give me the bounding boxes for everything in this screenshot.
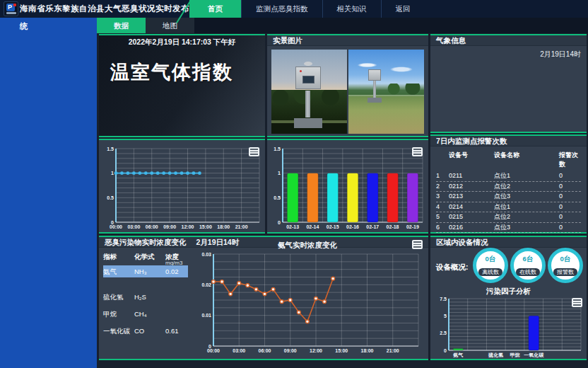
weather-timestamp: 2月19日14时 [540,50,581,59]
panel-photos: 实景图片 [267,34,428,137]
svg-text:12:00: 12:00 [182,224,194,229]
panel-devices: 区域内设备情况 设备概况: 0台 离线数 6台 在线数 0台 报警数 污染因子分… [430,236,587,360]
tab-data[interactable]: 数据 [97,18,146,33]
nav-item-back[interactable]: 返回 [381,0,425,18]
svg-text:氨气: 氨气 [452,352,463,358]
tab-map[interactable]: 地图 [146,18,194,33]
svg-text:09:00: 09:00 [284,348,297,353]
weather-panel-title: 气象信息 [430,35,587,46]
svg-text:5: 5 [444,314,447,318]
nh3-concentration-line-chart[interactable]: 00:0003:0006:0009:0012:0015:0018:0021:00… [191,250,425,357]
nav-item-monitor-odor-index[interactable]: 监测点恶臭指数 [241,0,322,18]
site-photo-right [348,50,424,134]
photos-panel-title: 实景图片 [267,35,428,46]
devices-panel-title: 区域内设备情况 [430,237,587,248]
panel-odor: 恶臭污染物实时浓度变化2月19日14时 指标 化学式 浓度 mg/m3 氨气 N… [99,236,428,360]
panel-greeting: 2022年2月19日 14:17:03 下午好 温室气体指数 [99,34,265,137]
svg-text:06:00: 06:00 [146,224,158,229]
system-title-wrap: 统 [20,21,28,32]
table-row: 30213点位30 [436,192,581,202]
svg-text:1: 1 [278,171,281,176]
site-photo-left [271,50,347,134]
dashboard-content: 2022年2月19日 14:17:03 下午好 温室气体指数 实景图片 [97,33,588,368]
main-nav: 首页 监测点恶臭指数 相关知识 返回 [189,0,425,18]
chart-menu-icon[interactable] [412,147,423,156]
svg-text:硫化氢: 硫化氢 [488,352,503,358]
tab-bar: 数据 地图 [97,18,588,33]
svg-text:02-18: 02-18 [387,224,399,229]
device-overview-label: 设备概况: [436,263,469,272]
svg-text:0.02: 0.02 [201,282,211,287]
stat-offline: 0台 离线数 [473,248,508,283]
svg-text:0.03: 0.03 [201,252,211,257]
logo-subtext [6,12,16,14]
logo-icon: P [4,1,18,16]
col-device-name: 设备名称 [494,151,559,169]
svg-text:15:00: 15:00 [335,348,348,353]
svg-text:甲烷: 甲烷 [510,352,520,358]
svg-text:00:00: 00:00 [207,348,220,353]
svg-text:7.5: 7.5 [440,297,447,301]
svg-text:1: 1 [111,171,114,176]
odor-title-text: 恶臭污染物实时浓度变化 [105,238,187,246]
monitor-device-box [368,69,381,81]
photo-clouds [348,57,424,79]
monitor-device-screen [302,76,314,84]
monitor-device-box [295,67,321,89]
svg-text:0: 0 [444,348,447,353]
col-device-id: 设备号 [449,151,494,169]
table-row: 40214点位10 [436,202,581,213]
monitor-device-base [368,98,382,103]
svg-text:18:00: 18:00 [217,224,230,229]
table-row: 20212点位20 [436,182,581,192]
svg-text:02-14: 02-14 [306,224,319,229]
nav-item-home[interactable]: 首页 [189,0,241,18]
left-sidebar [0,18,97,368]
nh3-chart-title: 氨气实时浓度变化 [192,241,423,251]
table-row: 60216点位30 [436,223,581,234]
stat-online: 6台 在线数 [510,248,546,283]
datetime-text: 2022年2月19日 14:17:03 下午好 [99,38,265,47]
col-alarm-count: 报警次数 [559,151,581,169]
top-bar: P 海南省乐东黎族自治县大气恶臭状况实时发布系 首页 监测点恶臭指数 相关知识 … [0,0,588,18]
svg-text:02-17: 02-17 [366,224,379,229]
svg-text:0.5: 0.5 [107,195,114,200]
nav-item-knowledge[interactable]: 相关知识 [322,0,381,18]
odor-row-ch4[interactable]: 甲烷 CH₄ [103,308,188,320]
chart-menu-icon[interactable] [412,240,423,249]
svg-text:2.5: 2.5 [440,330,447,335]
ghg-index-line-chart[interactable]: 00:0003:0006:0009:0012:0015:0018:0021:00… [99,143,265,234]
panel-weather: 气象信息 2月19日14时 [430,34,587,133]
panel-ghg-chart: 00:0003:0006:0009:0012:0015:0018:0021:00… [99,139,265,234]
greenhouse-gas-title: 温室气体指数 [110,59,233,85]
svg-text:0: 0 [278,220,281,225]
svg-text:0: 0 [208,344,211,349]
svg-text:06:00: 06:00 [259,348,271,353]
logo-red-dot [13,4,16,6]
daily-index-bar-chart[interactable]: 02-1302-1402-1502-1602-1702-1802-1900.51… [267,143,428,234]
monitor-device-pole [373,79,376,99]
svg-text:12:00: 12:00 [310,348,322,353]
monitor-device-pole [305,91,310,117]
monitor-device-sensor [304,62,312,66]
stat-alarm: 0台 报警数 [548,248,583,283]
svg-text:15:00: 15:00 [199,224,212,229]
photo-treeline [348,84,424,96]
svg-text:21:00: 21:00 [387,348,399,353]
svg-text:21:00: 21:00 [235,224,248,229]
chart-menu-icon[interactable] [572,298,582,307]
svg-text:09:00: 09:00 [163,224,176,229]
svg-text:02-19: 02-19 [406,224,419,229]
logo-glyph: P [8,3,12,11]
svg-text:0.5: 0.5 [274,195,281,200]
pollution-factor-bar-chart[interactable]: 氨气硫化氢甲烷一氧化碳02.557.5 [430,295,587,360]
svg-text:0.01: 0.01 [201,313,211,318]
alarm-table-header: 设备号 设备名称 报警次数 [436,151,581,169]
panel-alarms: 7日内监测点报警次数 设备号 设备名称 报警次数 10211点位10 20212… [430,134,587,234]
chart-menu-icon[interactable] [249,147,259,156]
table-row: 50215点位20 [436,212,581,223]
odor-row-nh3[interactable]: 氨气 NH₃ 0.02 [103,265,188,277]
odor-row-h2s[interactable]: 硫化氢 H₂S [103,291,188,303]
odor-row-co[interactable]: 一氧化碳 CO 0.61 [103,325,188,337]
svg-text:02-15: 02-15 [327,224,339,229]
